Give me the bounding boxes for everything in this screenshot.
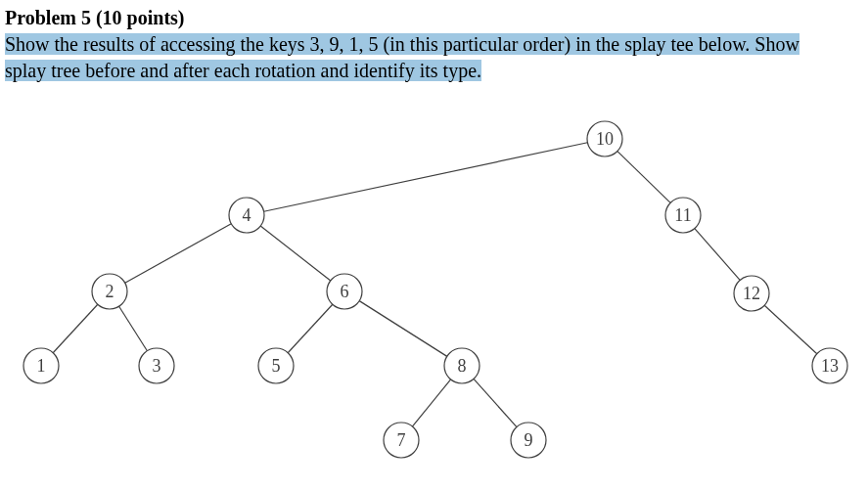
node-label-7: 7 (397, 430, 406, 450)
node-4: 4 (229, 198, 264, 233)
nodes-layer: 10411261213581379 (23, 121, 847, 458)
edge-n4-n2 (125, 224, 232, 283)
node-11: 11 (665, 198, 701, 233)
node-2: 2 (92, 274, 127, 309)
node-13: 13 (812, 348, 847, 383)
node-label-10: 10 (596, 129, 614, 149)
node-1: 1 (23, 348, 59, 383)
edge-n6-n8 (359, 301, 447, 357)
edge-n10-n4 (264, 143, 588, 211)
page-container: Problem 5 (10 points) Show the results o… (0, 0, 868, 490)
node-10: 10 (587, 121, 622, 156)
node-label-4: 4 (243, 205, 251, 225)
edge-n12-n13 (764, 305, 817, 354)
edge-n11-n12 (695, 229, 740, 281)
node-7: 7 (384, 423, 419, 458)
tree-diagram: 10411261213581379 (0, 0, 868, 490)
node-label-6: 6 (341, 282, 349, 301)
edge-n8-n7 (412, 379, 450, 426)
node-label-13: 13 (821, 356, 839, 376)
node-3: 3 (139, 348, 174, 383)
node-label-3: 3 (153, 356, 161, 376)
node-8: 8 (444, 348, 480, 383)
node-label-11: 11 (674, 205, 691, 225)
node-label-5: 5 (272, 356, 281, 376)
edge-n2-n1 (53, 304, 98, 353)
edge-n4-n6 (260, 226, 331, 281)
edge-n2-n3 (119, 306, 148, 351)
node-label-8: 8 (458, 356, 467, 376)
edge-n6-n5 (288, 304, 333, 353)
edges-layer (53, 143, 817, 427)
node-label-2: 2 (106, 282, 114, 301)
node-5: 5 (258, 348, 294, 383)
node-label-1: 1 (37, 356, 46, 376)
node-label-9: 9 (525, 430, 533, 450)
node-9: 9 (511, 423, 546, 458)
edge-n10-n11 (617, 152, 670, 203)
node-label-12: 12 (743, 284, 760, 303)
node-12: 12 (734, 276, 769, 311)
edge-n8-n9 (474, 379, 517, 426)
node-6: 6 (327, 274, 362, 309)
